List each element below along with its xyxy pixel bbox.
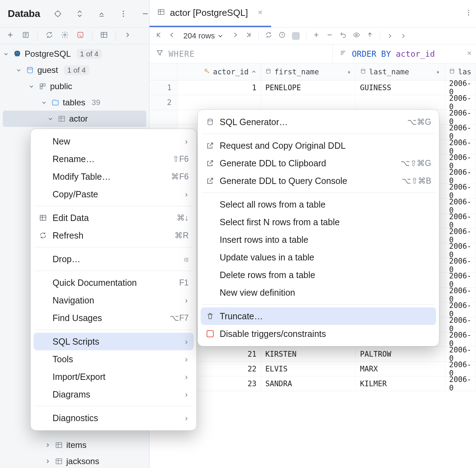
tree-table-jacksons[interactable]: jacksons	[0, 453, 99, 468]
expand-collapse-icon[interactable]	[75, 10, 84, 18]
tree-database[interactable]: guest 1 of 4	[0, 62, 149, 78]
col-actor-id[interactable]: actor_id	[178, 63, 261, 80]
cell-last-update[interactable]: 2006-0	[445, 258, 476, 272]
cell-last-update[interactable]: 2006-0	[445, 95, 476, 110]
clear-orderby-icon[interactable]	[466, 50, 472, 58]
submenu-truncate[interactable]: Truncate…	[201, 307, 436, 325]
cell-last-name[interactable]: KILMER	[356, 376, 445, 391]
rollback-icon[interactable]	[340, 31, 347, 40]
rowcount-dropdown[interactable]: 204 rows	[182, 31, 225, 41]
more-icon[interactable]	[119, 10, 128, 18]
cell-last-update[interactable]: 2006-0	[445, 317, 476, 332]
next-page-icon[interactable]	[232, 31, 239, 40]
clock-icon[interactable]	[279, 31, 286, 40]
cell-last-update[interactable]: 2006-0	[445, 184, 476, 198]
cell-last-update[interactable]: 2006-0	[445, 347, 476, 361]
menu-drop[interactable]: Drop…	[33, 250, 194, 268]
table-row[interactable]: 21KIRSTENPALTROW2006-0	[149, 347, 476, 362]
cell-last-update[interactable]: 2006-0	[445, 140, 476, 154]
menu-find-usages[interactable]: Find Usages⌥F7	[33, 309, 194, 327]
table-icon[interactable]	[100, 31, 108, 41]
target-icon[interactable]	[54, 10, 62, 18]
cell-last-update[interactable]: 2006-0	[445, 362, 476, 376]
menu-sql-scripts[interactable]: SQL Scripts	[33, 333, 194, 350]
scroll-left-icon[interactable]	[386, 32, 393, 39]
submenu-view[interactable]: New view definition	[201, 284, 436, 301]
cell-last-name[interactable]: PALTROW	[356, 347, 445, 361]
cell-first-name[interactable]: KIRSTEN	[261, 347, 356, 361]
submenu-ddl-console[interactable]: Generate DDL to Query Console⌥⇧⌘B	[201, 172, 436, 190]
cell-first-name[interactable]: PENELOPE	[261, 80, 356, 95]
cell-last-update[interactable]: 2006-0	[445, 199, 476, 213]
gear-icon[interactable]	[61, 31, 69, 41]
cell-first-name[interactable]: ELVIS	[261, 362, 356, 376]
tree-table-items[interactable]: items	[0, 437, 99, 453]
cell-last-name[interactable]	[356, 95, 445, 110]
table-row[interactable]: 2222ELVISMARX2006-0	[149, 362, 476, 376]
close-panel-icon[interactable]	[97, 10, 106, 18]
menu-navigation[interactable]: Navigation	[33, 291, 194, 309]
tree-table-actor[interactable]: actor	[3, 111, 146, 127]
cell-last-name[interactable]: GUINESS	[356, 80, 445, 95]
where-filter[interactable]: WHERE	[149, 44, 333, 63]
cell-last-update[interactable]: 2006-0	[445, 169, 476, 184]
menu-diagrams[interactable]: Diagrams	[33, 386, 194, 403]
submenu-update[interactable]: Update values in a table	[201, 248, 436, 266]
minimize-icon[interactable]	[141, 10, 149, 18]
table-row[interactable]: 22006-0	[149, 95, 476, 110]
cell-actor-id[interactable]: 1	[178, 80, 261, 95]
cell-first-name[interactable]: SANDRA	[261, 376, 356, 391]
query-console-icon[interactable]	[22, 31, 30, 41]
menu-refresh[interactable]: Refresh⌘R	[33, 227, 194, 244]
menu-import-export[interactable]: Import/Export	[33, 368, 194, 386]
orderby-filter[interactable]: ORDER BY actor_id	[333, 44, 476, 63]
cell-last-update[interactable]: 2006-0	[445, 332, 476, 346]
add-icon[interactable]	[6, 31, 14, 41]
more-icon[interactable]	[465, 9, 472, 18]
stop-button[interactable]	[292, 32, 300, 40]
cell-last-update[interactable]: 2006-0	[445, 302, 476, 317]
table-row[interactable]: 2323SANDRAKILMER2006-0	[149, 376, 476, 391]
editor-tab[interactable]: actor [PostgreSQL]	[149, 0, 271, 27]
col-last-update[interactable]: las	[445, 63, 476, 80]
menu-modify[interactable]: Modify Table…⌘F6	[33, 168, 194, 185]
refresh-icon[interactable]	[45, 31, 53, 41]
cell-last-update[interactable]: 2006-0	[445, 110, 476, 124]
cell-first-name[interactable]	[261, 95, 356, 110]
cell-last-name[interactable]: MARX	[356, 362, 445, 376]
cell-last-update[interactable]: 2006-0	[445, 376, 476, 391]
submenu-sql-generator[interactable]: SQL Generator…⌥⌘G	[201, 113, 436, 131]
menu-copypaste[interactable]: Copy/Paste	[33, 185, 194, 203]
menu-quick-doc[interactable]: Quick DocumentationF1	[33, 274, 194, 291]
chevron-right-icon[interactable]	[124, 31, 132, 41]
submit-icon[interactable]	[366, 31, 373, 40]
submenu-request-ddl[interactable]: Request and Copy Original DDL	[201, 137, 436, 154]
cell-last-update[interactable]: 2006-0	[445, 80, 476, 95]
col-last-name[interactable]: last_name	[356, 63, 445, 80]
submenu-insert[interactable]: Insert rows into a table	[201, 231, 436, 248]
tree-datasource[interactable]: PostgreSQL 1 of 4	[0, 46, 149, 62]
cell-last-update[interactable]: 2006-0	[445, 243, 476, 258]
menu-tools[interactable]: Tools	[33, 350, 194, 368]
corner-cell[interactable]	[149, 63, 178, 80]
menu-new[interactable]: New	[33, 133, 194, 150]
scroll-right-icon[interactable]	[400, 32, 407, 39]
first-page-icon[interactable]	[155, 31, 162, 40]
last-page-icon[interactable]	[245, 31, 252, 40]
submenu-ddl-clipboard[interactable]: Generate DDL to Clipboard⌥⇧⌘G	[201, 154, 436, 172]
menu-rename[interactable]: Rename…⇧F6	[33, 150, 194, 168]
cell-last-update[interactable]: 2006-0	[445, 288, 476, 302]
submenu-select-all[interactable]: Select all rows from a table	[201, 196, 436, 213]
preview-icon[interactable]	[353, 31, 360, 40]
stop-icon[interactable]	[77, 31, 84, 41]
add-row-icon[interactable]	[313, 31, 320, 40]
submenu-delete[interactable]: Delete rows from a table	[201, 266, 436, 284]
cell-actor-id[interactable]	[178, 95, 261, 110]
tree-tables-group[interactable]: tables 39	[0, 94, 149, 111]
submenu-disable-triggers[interactable]: Disable triggers/constraints	[201, 325, 436, 343]
prev-page-icon[interactable]	[169, 31, 176, 40]
submenu-select-first-n[interactable]: Select first N rows from a table	[201, 213, 436, 231]
cell-last-update[interactable]: 2006-0	[445, 125, 476, 139]
remove-row-icon[interactable]	[326, 31, 333, 40]
menu-diagnostics[interactable]: Diagnostics	[33, 409, 194, 427]
